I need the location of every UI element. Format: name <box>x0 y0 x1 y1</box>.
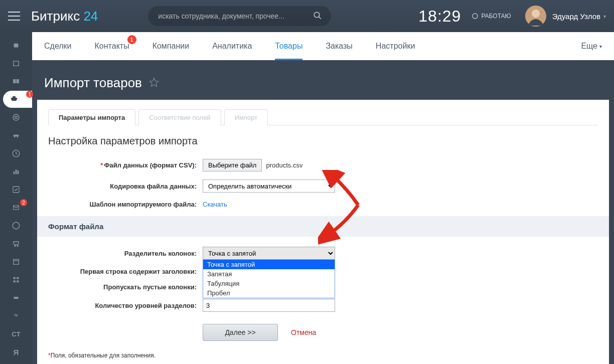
left-rail: 1 2 CT Я <box>0 32 32 364</box>
svg-point-13 <box>17 136 18 137</box>
tab-settings[interactable]: Настройки <box>376 32 415 60</box>
delimiter-option-comma[interactable]: Запятая <box>203 269 335 279</box>
svg-rect-27 <box>14 280 16 282</box>
download-template-link[interactable]: Скачать <box>203 201 227 208</box>
svg-rect-25 <box>14 277 16 279</box>
svg-marker-34 <box>150 78 159 86</box>
logo-accent: 24 <box>83 9 98 24</box>
svg-rect-8 <box>13 96 16 98</box>
rail-book-icon[interactable] <box>6 73 26 90</box>
delimiter-select[interactable]: Точка с запятой <box>203 247 335 260</box>
tab-deals[interactable]: Сделки <box>44 32 72 60</box>
tab-more[interactable]: Еще ▾ <box>581 42 602 51</box>
rail-time-icon[interactable] <box>6 145 26 162</box>
svg-rect-17 <box>18 170 19 174</box>
label-encoding: Кодировка файла данных: <box>48 183 203 190</box>
rail-box-icon[interactable] <box>6 55 26 72</box>
chevron-down-icon: ▾ <box>599 44 602 49</box>
rail-crm-icon[interactable]: 1 <box>3 91 32 108</box>
cancel-button[interactable]: Отмена <box>291 328 316 336</box>
svg-rect-16 <box>16 169 17 174</box>
rail-ct-icon[interactable]: CT <box>6 325 26 342</box>
rail-settings-icon[interactable] <box>6 307 26 324</box>
tab-contacts[interactable]: Контакты1 <box>95 32 129 60</box>
label-template: Шаблон импортируемого файла: <box>48 201 203 208</box>
file-name: products.csv <box>266 161 302 169</box>
inner-tab-mapping[interactable]: Соответствие полей <box>138 109 221 125</box>
svg-point-3 <box>532 10 540 18</box>
global-search <box>148 6 331 26</box>
svg-point-33 <box>17 315 18 316</box>
next-button[interactable]: Далее >> <box>203 324 278 341</box>
record-icon <box>472 13 478 19</box>
svg-rect-23 <box>14 259 19 264</box>
crm-tabs: Сделки Контакты1 Компании Аналитика Това… <box>32 32 614 60</box>
user-name: Эдуард Узлов <box>552 12 600 21</box>
rail-clock-icon[interactable] <box>6 217 26 234</box>
svg-rect-18 <box>13 187 19 193</box>
logo[interactable]: Битрикс 24 <box>31 9 98 24</box>
required-footnote: *Поля, обязательные для заполнения. <box>48 352 598 359</box>
page-title: Импорт товаров <box>44 75 142 91</box>
svg-rect-26 <box>17 277 19 279</box>
svg-point-20 <box>13 222 20 229</box>
section-levels-input[interactable] <box>203 299 335 312</box>
work-status[interactable]: РАБОТАЮ <box>472 13 511 20</box>
favorite-star-icon[interactable] <box>149 77 159 89</box>
svg-rect-29 <box>14 297 19 299</box>
rail-calendar-icon[interactable] <box>6 253 26 270</box>
work-status-label: РАБОТАЮ <box>481 13 511 20</box>
svg-rect-7 <box>14 61 19 66</box>
svg-point-12 <box>14 136 15 137</box>
svg-rect-11 <box>14 135 19 137</box>
label-skip-empty: Пропускать пустые колонки: <box>48 283 203 291</box>
tab-companies[interactable]: Компании <box>152 32 190 60</box>
tab-products[interactable]: Товары <box>275 32 302 60</box>
rail-check-icon[interactable] <box>6 181 26 198</box>
svg-point-22 <box>17 246 18 247</box>
rail-grid-icon[interactable] <box>6 271 26 288</box>
svg-line-1 <box>319 17 322 19</box>
chevron-down-icon: ▾ <box>603 14 606 19</box>
rail-mail-badge: 2 <box>20 199 27 206</box>
rail-mail-icon[interactable]: 2 <box>6 199 26 216</box>
user-menu[interactable]: Эдуард Узлов ▾ <box>525 6 606 27</box>
label-file: *Файл данных (формат CSV): <box>48 161 203 169</box>
label-first-row-headers: Первая строка содержит заголовки: <box>48 268 203 275</box>
rail-android-icon[interactable] <box>6 37 26 54</box>
logo-text: Битрикс <box>31 9 80 24</box>
label-delimiter: Разделитель колонок: <box>48 250 203 257</box>
inner-tab-params[interactable]: Параметры импорта <box>48 109 135 125</box>
svg-rect-28 <box>17 280 19 282</box>
tab-contacts-badge: 1 <box>127 35 136 44</box>
delimiter-option-semicolon[interactable]: Точка с запятой <box>203 260 335 269</box>
svg-point-21 <box>15 246 16 247</box>
svg-point-10 <box>15 116 18 119</box>
panel-heading: Настройка параметров импорта <box>48 135 598 147</box>
rail-car-icon[interactable] <box>6 127 26 144</box>
section-file-format: Формат файла <box>37 216 609 237</box>
rail-chart-icon[interactable] <box>6 163 26 180</box>
delimiter-option-tab[interactable]: Табуляция <box>203 279 335 288</box>
svg-point-32 <box>15 314 16 315</box>
menu-icon[interactable] <box>8 12 20 21</box>
rail-drive-icon[interactable] <box>6 289 26 306</box>
search-icon[interactable] <box>313 11 322 22</box>
rail-target-icon[interactable] <box>6 109 26 126</box>
svg-point-5 <box>15 43 16 44</box>
rail-cart-icon[interactable] <box>6 235 26 252</box>
choose-file-button[interactable]: Выберите файл <box>203 159 262 171</box>
rail-ya-icon[interactable]: Я <box>6 343 26 360</box>
svg-point-6 <box>17 43 18 44</box>
delimiter-option-space[interactable]: Пробел <box>203 288 335 298</box>
import-panel: Параметры импорта Соответствие полей Имп… <box>37 100 609 364</box>
delimiter-dropdown: Точка с запятой Запятая Табуляция Пробел <box>203 259 335 298</box>
tab-analytics[interactable]: Аналитика <box>212 32 252 60</box>
svg-rect-15 <box>14 171 15 174</box>
tab-orders[interactable]: Заказы <box>326 32 352 60</box>
svg-rect-4 <box>14 44 19 48</box>
inner-tab-import[interactable]: Импорт <box>224 109 268 125</box>
encoding-select[interactable]: Определить автоматически <box>203 179 335 193</box>
search-input[interactable] <box>148 6 331 26</box>
clock: 18:29 <box>418 7 461 26</box>
